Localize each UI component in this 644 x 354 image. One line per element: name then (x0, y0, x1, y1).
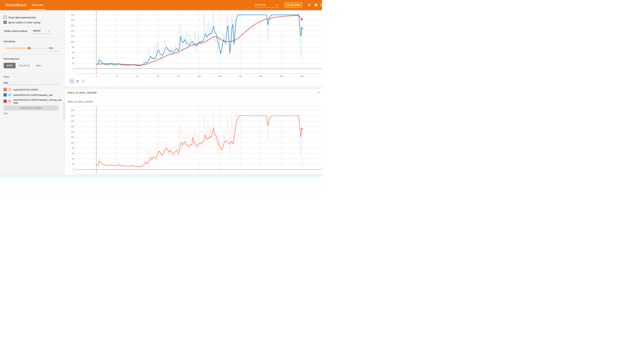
data-table-icon[interactable] (76, 80, 79, 83)
settings-sidebar: Show data download links Ignore outliers… (0, 10, 64, 175)
tooltip-sorting-label: Tooltip sorting method: (4, 30, 28, 32)
settings-icon[interactable] (314, 3, 318, 7)
chevron-up-icon[interactable] (317, 90, 321, 94)
svg-text:220: 220 (71, 109, 74, 112)
smoothing-slider-thumb[interactable] (28, 47, 30, 50)
info-icon (286, 4, 289, 6)
tooltip-sorting-select[interactable]: default (33, 29, 40, 32)
smoothing-value-underline (48, 51, 59, 51)
ignore-outliers-checkbox[interactable] (4, 21, 7, 24)
svg-text:40: 40 (72, 57, 74, 59)
svg-text:180: 180 (280, 75, 283, 78)
section-title: steps_of_each_episode (68, 89, 97, 96)
status-dropdown[interactable]: INACTIVE (255, 2, 279, 8)
rewards-chart[interactable]: 0204060801001201401601802000204060801001… (64, 10, 322, 86)
tensorboard-app: TensorBoard SCALARS INACTIVE UPLOAD S (0, 0, 322, 177)
run-label[interactable]: train/20201015-215937/rewards_raw (13, 94, 62, 96)
runs-filter-input[interactable] (4, 81, 59, 85)
svg-text:0: 0 (73, 168, 74, 171)
expand-icon (70, 80, 74, 83)
svg-text:0: 0 (73, 68, 74, 70)
divider (0, 38, 64, 38)
toggle-all-runs-button[interactable]: TOGGLE ALL RUNS (4, 106, 58, 110)
rewards-chart-card: 0204060801001201401601802000204060801001… (64, 10, 322, 86)
svg-text:160: 160 (259, 75, 262, 78)
app-header: TensorBoard SCALARS INACTIVE UPLOAD (0, 0, 322, 10)
svg-text:160: 160 (71, 24, 74, 27)
svg-text:100: 100 (71, 142, 74, 144)
svg-text:140: 140 (71, 30, 74, 32)
svg-text:60: 60 (157, 75, 159, 78)
tooltip-sorting-underline (32, 34, 51, 34)
run-checkbox[interactable] (4, 88, 7, 91)
refresh-icon[interactable] (307, 3, 311, 7)
run-checkbox[interactable] (4, 100, 7, 103)
svg-text:80: 80 (72, 46, 74, 48)
svg-text:20: 20 (72, 62, 74, 64)
axis-button-wall[interactable]: WALL (34, 63, 44, 68)
svg-text:100: 100 (71, 41, 74, 43)
run-label[interactable]: train/20201015-215937 (13, 88, 62, 91)
svg-text:40: 40 (136, 75, 138, 78)
run-color-circle (8, 94, 11, 96)
smoothing-slider-fill (6, 48, 29, 48)
ignore-outliers-label: Ignore outliers in chart scaling (8, 21, 40, 24)
run-label[interactable]: train/20201015-215937/rewards_moving_ave… (13, 98, 62, 104)
svg-text:180: 180 (71, 120, 74, 122)
horizontal-axis-label: Horizontal Axis (4, 58, 20, 60)
svg-text:140: 140 (71, 131, 74, 133)
bottom-scroll-strip[interactable] (0, 175, 322, 177)
section-header-steps-of-each-episode[interactable]: steps_of_each_episode (64, 89, 322, 96)
axis-button-step[interactable]: STEP (4, 63, 16, 68)
svg-text:20: 20 (116, 75, 118, 78)
status-dropdown-value: INACTIVE (255, 4, 266, 6)
show-download-links-label: Show data download links (8, 16, 36, 19)
svg-text:80: 80 (72, 147, 74, 149)
fit-domain-icon[interactable] (82, 80, 85, 83)
svg-text:180: 180 (71, 19, 74, 21)
svg-text:120: 120 (71, 136, 74, 138)
upload-button[interactable]: UPLOAD (284, 2, 302, 8)
chevron-down-icon (48, 31, 50, 32)
svg-text:60: 60 (72, 152, 74, 154)
svg-text:200: 200 (71, 114, 74, 117)
divider (0, 54, 64, 54)
svg-text:20: 20 (72, 163, 74, 165)
run-color-circle (8, 88, 11, 91)
tab-active-indicator (30, 9, 46, 10)
tab-scalars[interactable]: SCALARS (30, 0, 46, 10)
svg-text:0: 0 (96, 75, 97, 78)
section-gap (64, 87, 322, 89)
help-icon[interactable] (320, 3, 322, 7)
upload-button-label: UPLOAD (290, 4, 300, 6)
smoothing-value[interactable]: 0.6 (49, 47, 52, 50)
steps-chart[interactable]: 020406080100120140160180200220 (64, 96, 322, 175)
svg-text:160: 160 (71, 125, 74, 128)
runs-footer-label: logs (4, 112, 8, 114)
svg-text:140: 140 (238, 75, 242, 78)
smoothing-slider[interactable] (6, 48, 56, 48)
runs-title: Runs (4, 75, 9, 78)
chevron-down-icon (276, 5, 278, 6)
svg-text:200: 200 (71, 14, 74, 16)
run-checkbox[interactable] (4, 93, 7, 96)
svg-text:120: 120 (71, 35, 74, 38)
svg-text:60: 60 (72, 52, 74, 54)
app-title: TensorBoard (5, 0, 26, 10)
show-download-links-checkbox[interactable] (4, 16, 7, 19)
svg-text:100: 100 (198, 75, 201, 78)
axis-button-relative[interactable]: RELATIVE (18, 63, 30, 68)
sidebar-scrollbar[interactable] (64, 102, 64, 119)
svg-text:40: 40 (72, 158, 74, 160)
svg-text:120: 120 (218, 75, 221, 78)
svg-text:200: 200 (300, 75, 304, 78)
svg-text:80: 80 (178, 75, 180, 78)
run-color-circle (8, 100, 11, 102)
steps-chart-card: steps_of_each_episode 020406080100120140… (64, 96, 322, 175)
expand-icon-button[interactable] (69, 78, 75, 84)
smoothing-label: Smoothing (4, 40, 15, 43)
